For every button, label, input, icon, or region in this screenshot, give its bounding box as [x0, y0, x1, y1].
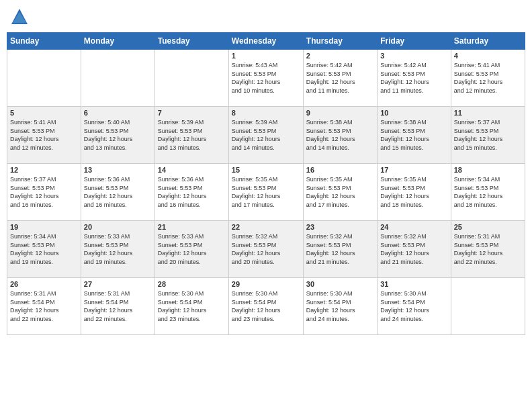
day-info: Sunrise: 5:32 AM Sunset: 5:53 PM Dayligh…: [306, 232, 374, 266]
calendar-week-row: 12Sunrise: 5:37 AM Sunset: 5:53 PM Dayli…: [7, 164, 525, 221]
day-number: 13: [84, 166, 152, 174]
day-info: Sunrise: 5:37 AM Sunset: 5:53 PM Dayligh…: [454, 118, 522, 152]
day-info: Sunrise: 5:42 AM Sunset: 5:53 PM Dayligh…: [306, 61, 374, 95]
day-info: Sunrise: 5:31 AM Sunset: 5:53 PM Dayligh…: [454, 232, 522, 266]
day-info: Sunrise: 5:38 AM Sunset: 5:53 PM Dayligh…: [306, 118, 374, 152]
day-info: Sunrise: 5:33 AM Sunset: 5:53 PM Dayligh…: [84, 232, 152, 266]
calendar-day-cell: 2Sunrise: 5:42 AM Sunset: 5:53 PM Daylig…: [303, 50, 377, 107]
day-number: 18: [454, 166, 522, 174]
calendar-day-cell: 7Sunrise: 5:39 AM Sunset: 5:53 PM Daylig…: [154, 107, 228, 164]
day-info: Sunrise: 5:35 AM Sunset: 5:53 PM Dayligh…: [232, 175, 300, 209]
calendar-day-cell: [7, 50, 81, 107]
day-number: 27: [84, 280, 152, 288]
day-number: 1: [232, 52, 300, 60]
day-number: 2: [306, 52, 374, 60]
day-info: Sunrise: 5:34 AM Sunset: 5:53 PM Dayligh…: [10, 232, 78, 266]
calendar-day-cell: 8Sunrise: 5:39 AM Sunset: 5:53 PM Daylig…: [228, 107, 303, 164]
calendar-day-cell: [451, 278, 525, 335]
svg-marker-1: [13, 12, 26, 23]
calendar-day-cell: 15Sunrise: 5:35 AM Sunset: 5:53 PM Dayli…: [228, 164, 303, 221]
day-info: Sunrise: 5:32 AM Sunset: 5:53 PM Dayligh…: [232, 232, 300, 266]
calendar-day-cell: [154, 50, 228, 107]
day-of-week-header: Friday: [378, 33, 451, 50]
day-number: 8: [232, 109, 300, 117]
day-number: 7: [158, 109, 226, 117]
calendar-day-cell: 6Sunrise: 5:40 AM Sunset: 5:53 PM Daylig…: [81, 107, 154, 164]
calendar-day-cell: 4Sunrise: 5:41 AM Sunset: 5:53 PM Daylig…: [451, 50, 525, 107]
calendar-day-cell: 16Sunrise: 5:35 AM Sunset: 5:53 PM Dayli…: [303, 164, 377, 221]
calendar-day-cell: 30Sunrise: 5:30 AM Sunset: 5:54 PM Dayli…: [303, 278, 377, 335]
day-number: 9: [306, 109, 374, 117]
calendar-day-cell: 28Sunrise: 5:30 AM Sunset: 5:54 PM Dayli…: [154, 278, 228, 335]
day-info: Sunrise: 5:31 AM Sunset: 5:54 PM Dayligh…: [84, 289, 152, 323]
calendar-day-cell: 10Sunrise: 5:38 AM Sunset: 5:53 PM Dayli…: [378, 107, 451, 164]
day-info: Sunrise: 5:35 AM Sunset: 5:53 PM Dayligh…: [306, 175, 374, 209]
day-number: 15: [232, 166, 300, 174]
day-number: 31: [380, 280, 447, 288]
calendar-table: SundayMondayTuesdayWednesdayThursdayFrid…: [7, 32, 525, 335]
day-info: Sunrise: 5:31 AM Sunset: 5:54 PM Dayligh…: [10, 289, 78, 323]
calendar-day-cell: 25Sunrise: 5:31 AM Sunset: 5:53 PM Dayli…: [451, 221, 525, 278]
day-of-week-header: Tuesday: [154, 33, 228, 50]
calendar-day-cell: 27Sunrise: 5:31 AM Sunset: 5:54 PM Dayli…: [81, 278, 154, 335]
day-number: 10: [380, 109, 447, 117]
day-of-week-header: Saturday: [451, 33, 525, 50]
calendar-week-row: 19Sunrise: 5:34 AM Sunset: 5:53 PM Dayli…: [7, 221, 525, 278]
day-number: 21: [158, 223, 226, 231]
calendar-day-cell: 19Sunrise: 5:34 AM Sunset: 5:53 PM Dayli…: [7, 221, 81, 278]
day-info: Sunrise: 5:40 AM Sunset: 5:53 PM Dayligh…: [84, 118, 152, 152]
day-number: 24: [380, 223, 447, 231]
day-of-week-header: Thursday: [303, 33, 377, 50]
calendar-day-cell: 18Sunrise: 5:34 AM Sunset: 5:53 PM Dayli…: [451, 164, 525, 221]
calendar-day-cell: 21Sunrise: 5:33 AM Sunset: 5:53 PM Dayli…: [154, 221, 228, 278]
day-info: Sunrise: 5:36 AM Sunset: 5:53 PM Dayligh…: [84, 175, 152, 209]
day-info: Sunrise: 5:43 AM Sunset: 5:53 PM Dayligh…: [232, 61, 300, 95]
day-info: Sunrise: 5:39 AM Sunset: 5:53 PM Dayligh…: [158, 118, 226, 152]
day-info: Sunrise: 5:38 AM Sunset: 5:53 PM Dayligh…: [380, 118, 447, 152]
day-of-week-header: Sunday: [7, 33, 81, 50]
calendar-day-cell: 31Sunrise: 5:30 AM Sunset: 5:54 PM Dayli…: [378, 278, 451, 335]
day-number: 25: [454, 223, 522, 231]
calendar-day-cell: 3Sunrise: 5:42 AM Sunset: 5:53 PM Daylig…: [378, 50, 451, 107]
day-info: Sunrise: 5:36 AM Sunset: 5:53 PM Dayligh…: [158, 175, 226, 209]
calendar-week-row: 26Sunrise: 5:31 AM Sunset: 5:54 PM Dayli…: [7, 278, 525, 335]
day-number: 4: [454, 52, 522, 60]
day-number: 19: [10, 223, 78, 231]
day-number: 17: [380, 166, 447, 174]
calendar-day-cell: 22Sunrise: 5:32 AM Sunset: 5:53 PM Dayli…: [228, 221, 303, 278]
day-number: 5: [10, 109, 78, 117]
calendar-day-cell: 20Sunrise: 5:33 AM Sunset: 5:53 PM Dayli…: [81, 221, 154, 278]
day-info: Sunrise: 5:30 AM Sunset: 5:54 PM Dayligh…: [232, 289, 300, 323]
calendar-day-cell: 9Sunrise: 5:38 AM Sunset: 5:53 PM Daylig…: [303, 107, 377, 164]
day-number: 6: [84, 109, 152, 117]
day-info: Sunrise: 5:41 AM Sunset: 5:53 PM Dayligh…: [10, 118, 78, 152]
day-of-week-header: Monday: [81, 33, 154, 50]
calendar-week-row: 1Sunrise: 5:43 AM Sunset: 5:53 PM Daylig…: [7, 50, 525, 107]
day-of-week-header: Wednesday: [228, 33, 303, 50]
calendar-day-cell: 11Sunrise: 5:37 AM Sunset: 5:53 PM Dayli…: [451, 107, 525, 164]
day-number: 30: [306, 280, 374, 288]
page-header: [7, 7, 525, 27]
calendar-day-cell: 1Sunrise: 5:43 AM Sunset: 5:53 PM Daylig…: [228, 50, 303, 107]
logo-icon: [9, 7, 30, 27]
day-info: Sunrise: 5:37 AM Sunset: 5:53 PM Dayligh…: [10, 175, 78, 209]
calendar-day-cell: 26Sunrise: 5:31 AM Sunset: 5:54 PM Dayli…: [7, 278, 81, 335]
day-info: Sunrise: 5:41 AM Sunset: 5:53 PM Dayligh…: [454, 61, 522, 95]
day-number: 14: [158, 166, 226, 174]
day-number: 29: [232, 280, 300, 288]
calendar-day-cell: 13Sunrise: 5:36 AM Sunset: 5:53 PM Dayli…: [81, 164, 154, 221]
day-info: Sunrise: 5:35 AM Sunset: 5:53 PM Dayligh…: [380, 175, 447, 209]
calendar-day-cell: 29Sunrise: 5:30 AM Sunset: 5:54 PM Dayli…: [228, 278, 303, 335]
day-info: Sunrise: 5:42 AM Sunset: 5:53 PM Dayligh…: [380, 61, 447, 95]
day-info: Sunrise: 5:30 AM Sunset: 5:54 PM Dayligh…: [306, 289, 374, 323]
calendar-day-cell: 23Sunrise: 5:32 AM Sunset: 5:53 PM Dayli…: [303, 221, 377, 278]
day-number: 28: [158, 280, 226, 288]
calendar-week-row: 5Sunrise: 5:41 AM Sunset: 5:53 PM Daylig…: [7, 107, 525, 164]
day-number: 22: [232, 223, 300, 231]
calendar-day-cell: 24Sunrise: 5:32 AM Sunset: 5:53 PM Dayli…: [378, 221, 451, 278]
day-number: 3: [380, 52, 447, 60]
day-number: 26: [10, 280, 78, 288]
calendar-day-cell: 5Sunrise: 5:41 AM Sunset: 5:53 PM Daylig…: [7, 107, 81, 164]
day-number: 12: [10, 166, 78, 174]
calendar-day-cell: 14Sunrise: 5:36 AM Sunset: 5:53 PM Dayli…: [154, 164, 228, 221]
